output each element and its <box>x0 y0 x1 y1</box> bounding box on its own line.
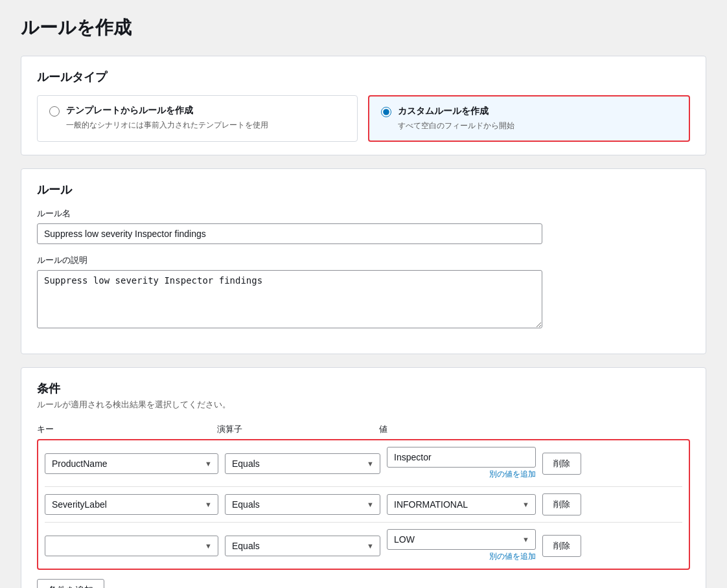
conditions-header: キー 演算子 値 <box>37 424 690 435</box>
conditions-section: 条件 ルールが適用される検出結果を選択してください。 キー 演算子 値 Prod… <box>21 367 706 588</box>
key-select-2-wrapper: ProductName SeverityLabel ResourceType T… <box>45 494 218 515</box>
header-key: キー <box>37 424 211 435</box>
operator-select-1-wrapper: Equals NotEquals Contains StartsWith ▼ <box>225 453 380 474</box>
key-select-1[interactable]: ProductName SeverityLabel ResourceType T… <box>45 453 218 474</box>
custom-option-label: カスタムルールを作成 <box>398 106 514 117</box>
value-input-1[interactable] <box>387 447 536 468</box>
operator-select-3-wrapper: Equals NotEquals Contains StartsWith ▼ <box>225 536 380 556</box>
operator-select-1[interactable]: Equals NotEquals Contains StartsWith <box>225 453 380 474</box>
template-option-label: テンプレートからルールを作成 <box>66 105 268 117</box>
header-operator: 演算子 <box>217 424 373 435</box>
rule-desc-input[interactable]: Suppress low severity Inspector findings <box>37 270 542 328</box>
rule-type-title: ルールタイプ <box>37 69 690 85</box>
custom-option[interactable]: カスタムルールを作成 すべて空白のフィールドから開始 <box>368 95 690 142</box>
value-select-2[interactable]: INFORMATIONAL LOW MEDIUM HIGH CRITICAL <box>387 494 536 515</box>
rule-desc-group: ルールの説明 Suppress low severity Inspector f… <box>37 254 690 330</box>
template-radio[interactable] <box>49 106 60 117</box>
key-select-3-wrapper: ProductName SeverityLabel ResourceType T… <box>45 536 218 556</box>
conditions-description: ルールが適用される検出結果を選択してください。 <box>37 399 690 411</box>
condition-row-2: ProductName SeverityLabel ResourceType T… <box>45 493 682 515</box>
rule-name-label: ルール名 <box>37 208 690 220</box>
value-cell-3: LOW INFORMATIONAL MEDIUM HIGH CRITICAL ▼… <box>387 529 536 562</box>
page-title: ルールを作成 <box>21 16 706 40</box>
rule-type-options: テンプレートからルールを作成 一般的なシナリオには事前入力されたテンプレートを使… <box>37 95 690 142</box>
value-select-3-wrapper: LOW INFORMATIONAL MEDIUM HIGH CRITICAL ▼ <box>387 529 536 550</box>
delete-btn-2[interactable]: 削除 <box>542 493 581 515</box>
rule-section: ルール ルール名 ルールの説明 Suppress low severity In… <box>21 168 706 354</box>
delete-btn-3[interactable]: 削除 <box>542 535 581 557</box>
add-value-link-3[interactable]: 別の値を追加 <box>387 551 536 562</box>
condition-row-3: ProductName SeverityLabel ResourceType T… <box>45 529 682 562</box>
key-select-1-wrapper: ProductName SeverityLabel ResourceType T… <box>45 453 218 474</box>
key-select-3[interactable]: ProductName SeverityLabel ResourceType T… <box>45 536 218 556</box>
conditions-rows-wrapper: ProductName SeverityLabel ResourceType T… <box>37 439 690 570</box>
rule-type-section: ルールタイプ テンプレートからルールを作成 一般的なシナリオには事前入力されたテ… <box>21 56 706 155</box>
value-cell-2: INFORMATIONAL LOW MEDIUM HIGH CRITICAL ▼ <box>387 494 536 515</box>
condition-row-1: ProductName SeverityLabel ResourceType T… <box>45 447 682 480</box>
key-select-2[interactable]: ProductName SeverityLabel ResourceType T… <box>45 494 218 515</box>
value-select-3[interactable]: LOW INFORMATIONAL MEDIUM HIGH CRITICAL <box>387 529 536 550</box>
rule-name-group: ルール名 <box>37 208 690 244</box>
add-condition-button[interactable]: 条件を追加 <box>37 579 104 588</box>
operator-select-2[interactable]: Equals NotEquals Contains StartsWith <box>225 494 380 515</box>
rule-desc-label: ルールの説明 <box>37 254 690 266</box>
value-select-2-wrapper: INFORMATIONAL LOW MEDIUM HIGH CRITICAL ▼ <box>387 494 536 515</box>
custom-radio[interactable] <box>381 107 391 117</box>
template-option-sub: 一般的なシナリオには事前入力されたテンプレートを使用 <box>66 120 268 130</box>
value-cell-1: 別の値を追加 <box>387 447 536 480</box>
delete-btn-1[interactable]: 削除 <box>542 453 581 475</box>
operator-select-3[interactable]: Equals NotEquals Contains StartsWith <box>225 536 380 556</box>
operator-select-2-wrapper: Equals NotEquals Contains StartsWith ▼ <box>225 494 380 515</box>
template-option[interactable]: テンプレートからルールを作成 一般的なシナリオには事前入力されたテンプレートを使… <box>37 95 358 142</box>
rule-section-title: ルール <box>37 182 690 198</box>
header-value: 値 <box>379 424 528 435</box>
conditions-title: 条件 <box>37 381 690 396</box>
add-value-link-1[interactable]: 別の値を追加 <box>387 469 536 480</box>
custom-option-sub: すべて空白のフィールドから開始 <box>398 121 514 130</box>
rule-name-input[interactable] <box>37 223 542 244</box>
